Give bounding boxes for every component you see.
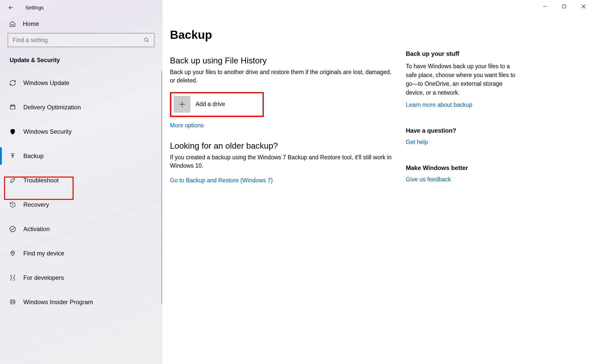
aside-better: Make Windows better Give us feedback xyxy=(406,164,520,183)
back-button[interactable] xyxy=(7,4,15,11)
shield-icon xyxy=(9,128,16,135)
sidebar-item-label: Windows Insider Program xyxy=(23,299,93,306)
sidebar-item-backup[interactable]: Backup xyxy=(0,144,162,168)
aside-question: Have a question? Get help xyxy=(406,127,520,146)
search-input[interactable] xyxy=(13,37,144,44)
get-help-link[interactable]: Get help xyxy=(406,139,428,146)
close-button[interactable] xyxy=(574,0,593,13)
backup-restore-link[interactable]: Go to Backup and Restore (Windows 7) xyxy=(170,177,273,184)
svg-point-5 xyxy=(13,302,14,302)
sidebar-item-delivery-optimization[interactable]: Delivery Optimization xyxy=(0,95,162,119)
sidebar-item-label: Delivery Optimization xyxy=(23,104,81,111)
wrench-icon xyxy=(9,177,16,184)
search-box[interactable] xyxy=(8,33,154,47)
sidebar-item-recovery[interactable]: Recovery xyxy=(0,193,162,217)
window-controls xyxy=(535,0,593,13)
highlight-add-drive: Add a drive xyxy=(170,92,264,117)
search-icon xyxy=(144,37,149,43)
maximize-icon xyxy=(562,5,566,8)
delivery-icon xyxy=(9,104,16,111)
titlebar: Settings xyxy=(0,0,162,15)
main: Backup Back up using File History Back u… xyxy=(162,0,593,364)
sidebar-item-label: Windows Update xyxy=(23,79,69,86)
sidebar-home-label: Home xyxy=(23,20,39,27)
sidebar-item-label: For developers xyxy=(23,274,64,281)
sidebar-nav: Windows Update Delivery Optimization Win… xyxy=(0,71,162,314)
section-file-history-title: Back up using File History xyxy=(170,56,393,65)
location-icon xyxy=(9,250,16,257)
home-icon xyxy=(9,21,16,27)
arrow-left-icon xyxy=(8,4,14,11)
sidebar: Settings Home Update & Security Windows … xyxy=(0,0,162,364)
add-drive-label: Add a drive xyxy=(196,101,225,108)
add-drive-button[interactable]: Add a drive xyxy=(174,96,259,113)
sidebar-item-insider[interactable]: Windows Insider Program xyxy=(0,290,162,314)
sidebar-item-label: Activation xyxy=(23,226,50,233)
sidebar-category: Update & Security xyxy=(0,55,162,71)
aside-stuff-body: To have Windows back up your files to a … xyxy=(406,62,520,97)
sidebar-item-troubleshoot[interactable]: Troubleshoot xyxy=(0,168,162,193)
more-options-link[interactable]: More options xyxy=(170,122,204,129)
aside-stuff-title: Back up your stuff xyxy=(406,50,520,57)
sync-icon xyxy=(9,79,16,86)
window-title: Settings xyxy=(25,5,44,11)
sidebar-item-label: Recovery xyxy=(23,201,49,208)
page-title: Backup xyxy=(170,28,393,42)
svg-point-4 xyxy=(11,302,12,302)
tools-icon xyxy=(9,274,16,281)
sidebar-item-activation[interactable]: Activation xyxy=(0,217,162,241)
minimize-button[interactable] xyxy=(535,0,554,13)
sidebar-item-windows-update[interactable]: Windows Update xyxy=(0,71,162,95)
section-older-backup-title: Looking for an older backup? xyxy=(170,141,393,151)
section-older-backup-body: If you created a backup using the Window… xyxy=(170,153,393,170)
sidebar-item-find-my-device[interactable]: Find my device xyxy=(0,241,162,266)
sidebar-item-label: Backup xyxy=(23,152,44,160)
sidebar-item-label: Windows Security xyxy=(23,128,72,135)
sidebar-item-label: Troubleshoot xyxy=(23,177,59,184)
section-file-history-body: Back up your files to another drive and … xyxy=(170,68,393,85)
learn-more-link[interactable]: Learn more about backup xyxy=(406,101,472,108)
aside-question-title: Have a question? xyxy=(406,127,520,134)
check-icon xyxy=(9,226,16,233)
svg-point-0 xyxy=(145,38,148,41)
close-icon xyxy=(581,4,586,9)
sidebar-item-windows-security[interactable]: Windows Security xyxy=(0,119,162,144)
minimize-icon xyxy=(543,4,547,8)
aside-backup-stuff: Back up your stuff To have Windows back … xyxy=(406,50,520,108)
feedback-link[interactable]: Give us feedback xyxy=(406,176,451,183)
sidebar-item-label: Find my device xyxy=(23,250,64,257)
svg-rect-6 xyxy=(563,5,566,8)
sidebar-home[interactable]: Home xyxy=(0,15,162,33)
aside: Back up your stuff To have Windows back … xyxy=(406,0,538,364)
sidebar-item-for-developers[interactable]: For developers xyxy=(0,266,162,290)
plus-icon xyxy=(174,96,190,113)
backup-icon xyxy=(9,152,16,160)
svg-rect-3 xyxy=(10,300,15,304)
svg-point-2 xyxy=(12,252,13,253)
maximize-button[interactable] xyxy=(554,0,574,13)
aside-better-title: Make Windows better xyxy=(406,164,520,171)
content: Backup Back up using File History Back u… xyxy=(162,0,406,364)
history-icon xyxy=(9,201,16,208)
insider-icon xyxy=(9,299,16,306)
